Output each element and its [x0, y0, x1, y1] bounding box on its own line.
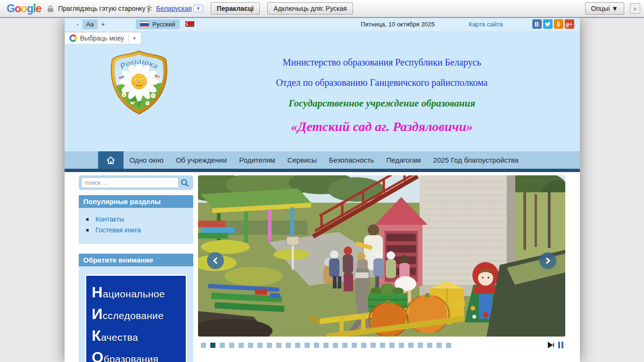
carousel-dot[interactable]: [380, 343, 385, 348]
bullet-icon: [86, 229, 89, 231]
nav-divider: [65, 169, 580, 172]
translate-button[interactable]: Перакласці: [211, 2, 260, 15]
attention-title: Обратите внимание: [79, 254, 193, 266]
carousel-dot[interactable]: [408, 343, 413, 348]
carousel-dot[interactable]: [229, 343, 234, 348]
belarus-flag-icon[interactable]: [185, 21, 194, 27]
main-content: Популярные разделы КонтактыГостевая книг…: [65, 172, 580, 362]
carousel-dot[interactable]: [389, 343, 395, 348]
disable-translate-button[interactable]: Адключыць для: Руская: [267, 2, 353, 15]
photo-bench: [206, 284, 285, 312]
carousel-dots: [201, 343, 451, 348]
carousel-dot[interactable]: [437, 343, 442, 348]
font-larger-button[interactable]: +: [98, 19, 109, 29]
carousel-dot[interactable]: [361, 343, 366, 348]
kindergarten-logo: Ромашка: [108, 49, 170, 115]
page-title: «Детский сад аг. Раздяловичи»: [184, 119, 580, 134]
main-navigation: Одно окноОб учрежденииРодителямСервисыБе…: [65, 151, 580, 169]
font-reset-button[interactable]: Aa: [83, 19, 98, 29]
carousel-dot[interactable]: [314, 343, 319, 348]
carousel-dot[interactable]: [210, 343, 215, 348]
nav-item[interactable]: 2025 Год благоустройства: [427, 151, 525, 169]
sidebar: Популярные разделы КонтактыГостевая книг…: [79, 175, 193, 362]
twitter-icon[interactable]: [543, 19, 553, 29]
search-input[interactable]: [81, 177, 179, 188]
nav-items: Одно окноОб учрежденииРодителямСервисыБе…: [124, 151, 525, 169]
carousel-play-button[interactable]: [548, 342, 554, 348]
chevron-left-icon: [213, 257, 219, 264]
carousel-dot[interactable]: [220, 343, 225, 348]
carousel-dot[interactable]: [352, 343, 357, 348]
carousel-dot[interactable]: [239, 343, 244, 348]
lock-icon: [48, 5, 53, 12]
font-smaller-button[interactable]: -: [73, 19, 83, 29]
sidebar-link[interactable]: Гостевая книга: [96, 226, 141, 234]
popular-links: КонтактыГостевая книга: [82, 215, 190, 234]
russia-flag-icon: [140, 21, 149, 27]
home-icon: [106, 156, 116, 165]
carousel-photo[interactable]: [198, 175, 565, 337]
language-russian-button[interactable]: Русский: [136, 19, 179, 29]
site-header: Выбраць мову ▼: [65, 31, 580, 151]
google-translate-bar: Google Праглядзець гэтую старонку ў: Бел…: [0, 0, 644, 18]
vk-icon[interactable]: B: [532, 19, 542, 29]
google-plus-icon[interactable]: g+: [565, 19, 574, 29]
language-select[interactable]: Выбраць мову ▼: [65, 32, 142, 44]
carousel-dot[interactable]: [418, 343, 423, 348]
popular-sections-box: Популярные разделы КонтактыГостевая книг…: [79, 195, 193, 244]
popular-sections-title: Популярные разделы: [79, 195, 193, 208]
language-russian-label: Русский: [152, 21, 175, 28]
chevron-down-icon: ▼: [132, 36, 137, 41]
odnoklassniki-icon[interactable]: [554, 19, 563, 29]
nav-item[interactable]: Педагогам: [380, 151, 427, 169]
carousel-dot[interactable]: [399, 343, 404, 348]
close-translate-icon[interactable]: ×: [630, 3, 640, 14]
carousel-prev-button[interactable]: [207, 252, 224, 269]
carousel-dot[interactable]: [333, 343, 338, 348]
carousel-dot[interactable]: [446, 343, 451, 348]
language-dropdown-icon[interactable]: ▼: [193, 5, 203, 12]
title-institution-type: Государственное учреждение образования: [184, 98, 580, 109]
translate-prompt: Праглядзець гэтую старонку ў:: [58, 5, 152, 12]
title-department: Отдел по образованию Ганцевичского райис…: [184, 77, 580, 88]
nav-item[interactable]: Безопасность: [323, 151, 380, 169]
language-select-label: Выбраць мову: [80, 34, 124, 42]
search-icon: [181, 179, 189, 187]
sidebar-link[interactable]: Контакты: [96, 215, 124, 223]
language-link[interactable]: Беларуская: [156, 5, 192, 12]
site-titles: Министерство образования Республики Бела…: [170, 49, 580, 134]
carousel-dot[interactable]: [371, 343, 376, 348]
carousel-dot[interactable]: [323, 343, 329, 348]
google-logo: Google: [7, 3, 41, 14]
photo-carousel: [198, 175, 565, 362]
carousel-dot[interactable]: [286, 343, 291, 348]
sitemap-link[interactable]: Карта сайта: [469, 21, 503, 28]
search-box: [79, 175, 193, 190]
carousel-dot[interactable]: [267, 343, 272, 348]
current-date: Пятница, 10 октября 2025: [361, 21, 435, 28]
nav-item[interactable]: Об учреждении: [170, 151, 233, 169]
carousel-dot[interactable]: [295, 343, 300, 348]
nav-home[interactable]: [98, 151, 124, 169]
chevron-right-icon: [543, 257, 550, 264]
nav-item[interactable]: Сервисы: [281, 151, 323, 169]
social-icons: Bg+: [532, 19, 574, 29]
list-item: Гостевая книга: [86, 226, 190, 234]
carousel-pause-button[interactable]: [558, 342, 560, 348]
nav-item[interactable]: Родителям: [233, 151, 281, 169]
carousel-dot[interactable]: [248, 343, 253, 348]
carousel-dot[interactable]: [342, 343, 347, 348]
search-button[interactable]: [179, 177, 191, 188]
carousel-dot[interactable]: [201, 343, 206, 348]
nav-item[interactable]: Одно окно: [124, 151, 170, 169]
carousel-dot[interactable]: [427, 343, 432, 348]
bullet-icon: [86, 218, 89, 221]
options-button[interactable]: Опцыі ▼: [585, 2, 624, 15]
carousel-next-button[interactable]: [539, 252, 556, 269]
carousel-dot[interactable]: [276, 343, 281, 348]
carousel-dot[interactable]: [305, 343, 310, 348]
page-container: - Aa + Русский Пятница, 10 октября 2025 …: [65, 18, 580, 362]
carousel-dot[interactable]: [257, 343, 263, 348]
niko-banner[interactable]: НациональноеИсследованиеКачестваОбразова…: [85, 274, 187, 362]
site-toolbar: - Aa + Русский Пятница, 10 октября 2025 …: [65, 18, 580, 31]
